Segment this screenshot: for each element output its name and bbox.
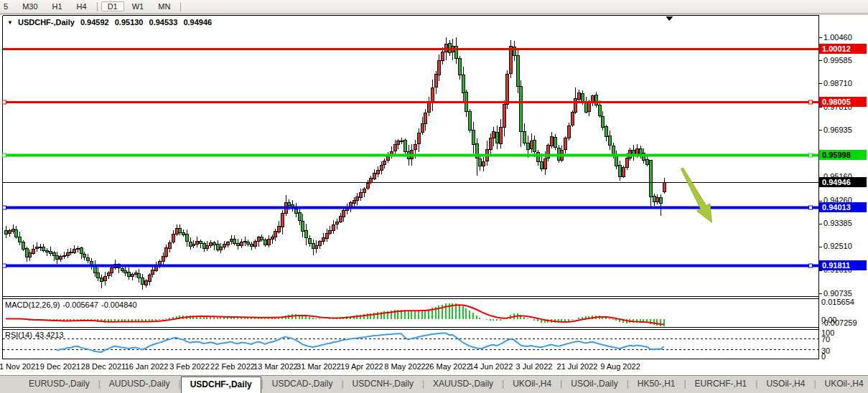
macd-main-value: -0.005647 (62, 300, 98, 309)
price-level-badge: 0.91811 (819, 260, 867, 270)
price-axis-tick: 1.00460 (823, 33, 852, 42)
symbol-dropdown-icon[interactable]: ▼ (7, 19, 13, 26)
price-level-badge: 1.00012 (819, 44, 867, 54)
rsi-name: RSI(14) (5, 331, 32, 339)
line-handle[interactable] (3, 153, 6, 157)
price-axis-tick: 0.92510 (823, 242, 852, 251)
chart-tab-usdchf-daily[interactable]: USDCHF-,Daily (181, 377, 261, 393)
line-handle[interactable] (3, 206, 6, 209)
price-axis-tick: 0.99585 (823, 56, 852, 65)
chart-tabs-bar: EURUSD-,Daily|AUDUSD-,Daily|USDCHF-,Dail… (0, 375, 868, 393)
ohlc-open: 0.94592 (80, 18, 109, 27)
ohlc-low: 0.94533 (149, 18, 178, 27)
chart-tab-usoil-h4[interactable]: USOil-,H4 (757, 376, 813, 393)
chart-tab-eurchf-h1[interactable]: EURCHF-,H1 (686, 376, 756, 393)
rsi-value: 43.4213 (35, 331, 64, 339)
chart-shift-marker-icon[interactable] (666, 16, 673, 21)
rsi-axis-tick: 0 (821, 352, 826, 361)
annotations (681, 168, 712, 222)
chart-tab-usdcnh-daily[interactable]: USDCNH-,Daily (344, 376, 422, 393)
price-level-badge: 0.95998 (819, 150, 867, 160)
line-handle[interactable] (809, 264, 813, 267)
chart-tab-ukoil-h4[interactable]: UKOil-,H4 (504, 376, 560, 393)
macd-label: MACD(12,26,9)-0.005647-0.004840 (5, 300, 140, 309)
mt4-window: 5M30H1H4D1W1MN ▼ USDCHF-,Daily 0.94592 0… (0, 0, 868, 393)
macd-axis-tick: 0.015654 (821, 298, 854, 307)
ohlc-high: 0.95130 (115, 18, 144, 27)
line-handle[interactable] (3, 264, 6, 267)
rsi-line (57, 333, 664, 352)
line-handle[interactable] (3, 100, 6, 104)
ohlc-close: 0.94946 (183, 18, 212, 27)
chart-tab-audusd-daily[interactable]: AUDUSD-,Daily (101, 376, 179, 393)
line-handle[interactable] (809, 206, 813, 209)
chart-tab-hk50-h1[interactable]: HK50-,H1 (629, 376, 684, 393)
chart-canvas[interactable] (0, 0, 868, 393)
rsi-pane (3, 333, 818, 352)
chart-tab-usoil-daily[interactable]: USOil-,Daily (562, 376, 626, 393)
line-handle[interactable] (809, 100, 813, 104)
price-axis-tick: 0.98710 (823, 79, 852, 88)
price-axis-tick: 0.96935 (823, 126, 852, 135)
symbol-label: USDCHF-,Daily (18, 18, 75, 27)
price-level-badge: 0.98005 (819, 97, 867, 107)
chart-tab-usdcad-daily[interactable]: USDCAD-,Daily (263, 376, 342, 393)
axis-tick-marks (819, 38, 822, 294)
price-level-badge: 0.94013 (819, 202, 867, 212)
rsi-label: RSI(14)43.4213 (5, 331, 67, 339)
line-handle[interactable] (809, 153, 813, 157)
candlesticks (5, 37, 666, 290)
shift-marker (666, 16, 673, 21)
current-price-badge: 0.94946 (819, 177, 867, 187)
date-axis-label: 9 Aug 2022 (594, 362, 646, 371)
macd-axis-tick: -0.007259 (821, 318, 857, 328)
chart-tab-eurusd-daily[interactable]: EURUSD-,Daily (20, 376, 98, 393)
rsi-axis-tick: 70 (821, 335, 830, 344)
macd-signal-value: -0.004840 (101, 300, 137, 309)
chart-tab-xauusd-daily[interactable]: XAUUSD-,Daily (424, 376, 502, 393)
macd-name: MACD(12,26,9) (5, 300, 60, 309)
trend-arrow-annotation[interactable] (681, 168, 712, 222)
chart-tab-ukoil-h4[interactable]: UKOil-,H4 (816, 376, 868, 393)
chart-title: ▼ USDCHF-,Daily 0.94592 0.95130 0.94533 … (7, 18, 215, 27)
price-axis-tick: 0.93385 (823, 219, 852, 228)
